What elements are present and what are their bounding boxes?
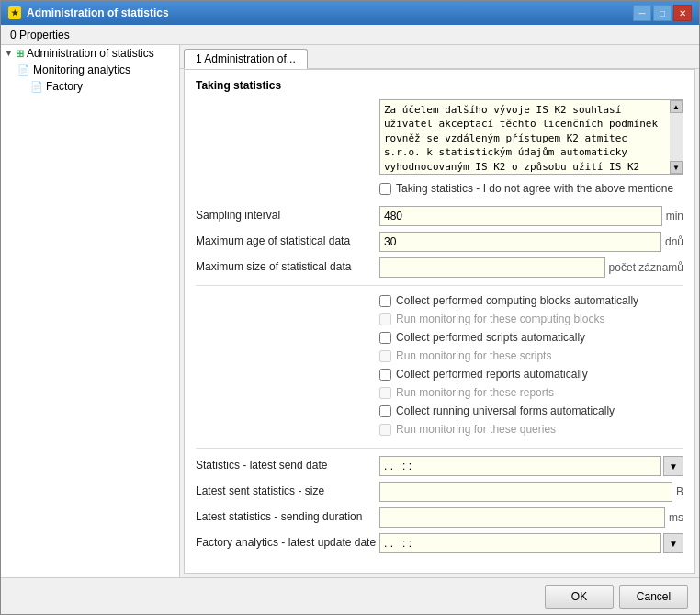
max-size-row: Maximum size of statistical data počet z… (196, 257, 683, 278)
sampling-interval-input[interactable] (379, 206, 662, 226)
main-content: ▼ ⊞ Administration of statistics 📄 Monit… (1, 45, 699, 577)
cb5-row: Collect performed reports automatically (379, 367, 683, 382)
menu-bar: 0 Properties (1, 25, 699, 45)
latest-sent-size-suffix: B (676, 485, 683, 498)
scroll-up[interactable]: ▲ (670, 100, 683, 113)
taking-stats-checkbox[interactable] (379, 183, 391, 195)
latest-sent-size-field: B (379, 482, 683, 502)
divider-2 (196, 448, 683, 449)
taking-stats-field: Taking statistics - I do not agree with … (379, 180, 683, 200)
cb7-row: Collect running universal forms automati… (379, 404, 683, 418)
doc-icon-monitoring: 📄 (17, 64, 30, 76)
textarea-label (196, 99, 379, 102)
sampling-interval-suffix: min (666, 210, 683, 222)
max-size-suffix: počet záznamů (609, 261, 683, 274)
cb5-checkbox[interactable] (379, 369, 391, 381)
factory-update-date-row: Factory analytics - latest update date ▼ (196, 533, 683, 553)
max-age-input[interactable] (379, 232, 661, 252)
main-window: ★ Administration of statistics ─ □ ✕ 0 P… (0, 0, 700, 615)
latest-sent-size-input[interactable] (379, 482, 672, 502)
sampling-interval-row: Sampling interval min (196, 206, 683, 226)
cb2-checkbox[interactable] (379, 313, 391, 325)
cb3-checkbox[interactable] (379, 332, 391, 344)
tree-item-factory[interactable]: 📄 Factory (1, 78, 179, 95)
stats-send-date-input-group: ▼ (379, 456, 683, 476)
title-bar-left: ★ Administration of statistics (8, 6, 169, 19)
cancel-button[interactable]: Cancel (619, 585, 688, 609)
minimize-button[interactable]: ─ (633, 5, 651, 21)
max-age-row: Maximum age of statistical data dnů (196, 232, 683, 252)
close-button[interactable]: ✕ (673, 5, 692, 21)
max-size-label: Maximum size of statistical data (196, 257, 379, 273)
left-panel: ▼ ⊞ Administration of statistics 📄 Monit… (1, 45, 180, 577)
cb7-checkbox[interactable] (379, 405, 391, 417)
factory-update-date-dropdown[interactable]: ▼ (663, 533, 683, 553)
checkboxes-field: Collect performed computing blocks autom… (379, 293, 683, 440)
stats-send-date-input[interactable] (379, 456, 661, 476)
stats-textarea[interactable] (380, 100, 670, 174)
latest-sent-size-row: Latest sent statistics - size B (196, 482, 683, 502)
maximize-button[interactable]: □ (653, 5, 672, 21)
sending-duration-row: Latest statistics - sending duration ms (196, 507, 683, 528)
cb5-label: Collect performed reports automatically (396, 368, 588, 381)
doc-icon-factory: 📄 (30, 81, 43, 93)
cb4-label: Run monitoring for these scripts (396, 349, 551, 362)
cb1-row: Collect performed computing blocks autom… (379, 293, 683, 308)
textarea-row: ▲ ▼ (196, 99, 683, 175)
checkboxes-spacer (196, 293, 379, 296)
title-controls: ─ □ ✕ (633, 5, 692, 21)
stats-send-date-label: Statistics - latest send date (196, 456, 379, 472)
cb4-checkbox[interactable] (379, 350, 391, 362)
window-icon: ★ (8, 6, 21, 19)
cb3-row: Collect performed scripts automatically (379, 330, 683, 345)
max-size-field: počet záznamů (379, 257, 683, 278)
sending-duration-field: ms (379, 507, 683, 528)
taking-stats-spacer (196, 180, 379, 183)
ok-button[interactable]: OK (545, 585, 614, 609)
cb4-row: Run monitoring for these scripts (379, 348, 683, 363)
stats-send-date-field: ▼ (379, 456, 683, 476)
cb8-label: Run monitoring for these queries (396, 423, 556, 436)
scroll-down[interactable]: ▼ (670, 161, 683, 174)
expand-icon: ▼ (5, 49, 13, 58)
window-title: Administration of statistics (27, 6, 169, 19)
stats-send-date-dropdown[interactable]: ▼ (663, 456, 683, 476)
taking-stats-checkbox-row: Taking statistics - I do not agree with … (379, 180, 683, 197)
textarea-field: ▲ ▼ (379, 99, 683, 175)
tree-item-root[interactable]: ▼ ⊞ Administration of statistics (1, 45, 179, 62)
tree-item-monitoring[interactable]: 📄 Monitoring analytics (1, 62, 179, 78)
tree-label-root: Administration of statistics (27, 47, 154, 60)
sending-duration-label: Latest statistics - sending duration (196, 507, 379, 523)
factory-update-date-label: Factory analytics - latest update date (196, 533, 379, 549)
latest-sent-size-label: Latest sent statistics - size (196, 482, 379, 497)
tree-label-monitoring: Monitoring analytics (33, 63, 130, 76)
max-size-input-group: počet záznamů (379, 257, 683, 278)
stats-send-date-row: Statistics - latest send date ▼ (196, 456, 683, 476)
scrollbar: ▲ ▼ (670, 100, 683, 174)
cb1-checkbox[interactable] (379, 295, 391, 307)
max-age-field: dnů (379, 232, 683, 252)
right-panel: 1 Administration of... Taking statistics… (180, 45, 699, 577)
sending-duration-input[interactable] (379, 507, 665, 528)
form-area: Taking statistics ▲ ▼ (184, 69, 695, 574)
tree-label-factory: Factory (46, 80, 83, 93)
cb8-checkbox[interactable] (379, 424, 391, 436)
factory-update-date-input[interactable] (379, 533, 661, 553)
section-title: Taking statistics (196, 79, 683, 92)
latest-sent-size-input-group: B (379, 482, 683, 502)
taking-stats-row: Taking statistics - I do not agree with … (196, 180, 683, 200)
taking-stats-label: Taking statistics - I do not agree with … (396, 182, 673, 195)
max-size-input[interactable] (379, 257, 605, 278)
cb6-checkbox[interactable] (379, 387, 391, 399)
cb8-row: Run monitoring for these queries (379, 422, 683, 437)
properties-menu[interactable]: 0 Properties (5, 28, 75, 42)
cb2-label: Run monitoring for these computing block… (396, 313, 604, 325)
tab-administration[interactable]: 1 Administration of... (184, 49, 308, 69)
max-age-input-group: dnů (379, 232, 683, 252)
factory-update-date-input-group: ▼ (379, 533, 683, 553)
cb7-label: Collect running universal forms automati… (396, 404, 615, 417)
max-age-label: Maximum age of statistical data (196, 232, 379, 247)
cb3-label: Collect performed scripts automatically (396, 331, 585, 344)
sampling-interval-input-group: min (379, 206, 683, 226)
checkboxes-row: Collect performed computing blocks autom… (196, 293, 683, 440)
